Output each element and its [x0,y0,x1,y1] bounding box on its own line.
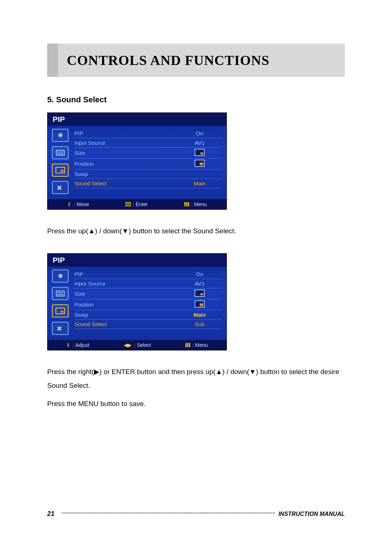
menu-icon [185,343,190,347]
osd-category-icons [48,267,73,340]
pip-size-icon [195,300,205,308]
hint-move: ⇕ : Move [67,201,89,207]
page-number: 21 [47,510,54,518]
osd-row-value [178,300,221,309]
osd-title: PIP [48,254,226,267]
osd-row[interactable]: Input SourceAV1 [74,138,221,148]
osd-row[interactable]: Position [74,159,221,169]
osd-row[interactable]: PIPOn [74,129,221,138]
footer-dots [62,513,275,513]
osd-row-value: AV1 [178,140,221,146]
osd-row-value: On [178,130,221,136]
osd-row-label: PIP [74,130,83,136]
osd-row[interactable]: Swap [74,169,221,179]
pip-icon[interactable] [52,304,69,317]
gear-icon[interactable] [52,129,69,142]
instruction-text-1: Press the up(▲) / down(▼) button to sele… [47,224,345,238]
gear-icon[interactable] [52,270,69,283]
osd-row-value: On [178,271,221,277]
osd-row-label: PIP [74,271,83,277]
osd-row[interactable]: PIPOn [74,270,221,279]
osd-row-value: Sub [178,321,221,327]
osd-row-label: Position [74,161,94,167]
osd-hints: ⇕ : Move ■ : Enter : Menu [48,199,226,209]
tools-icon[interactable] [52,181,69,194]
osd-row-label: Swap [74,171,88,177]
osd-row-label: Input Source [74,280,105,287]
osd-row-label: Position [74,301,94,308]
list-icon[interactable] [52,287,69,300]
osd-row-value: Main [178,312,221,318]
osd-row-label: Sound Select [74,321,107,327]
instruction-text-2: Press the right(▶) or ENTER button and t… [47,365,345,393]
osd-row-value [178,149,221,157]
osd-row[interactable]: SwapMain [74,310,221,320]
hint-select: ◀▶ : Select [124,342,151,348]
footer-label: INSTRUCTION MANUAL [278,511,345,517]
menu-icon [184,202,189,206]
hint-label: : Move [74,201,89,207]
hint-label: : Menu [192,342,208,348]
hint-label: : Menu [191,201,207,207]
title-banner: CONTROLS AND FUNCTIONS [47,44,345,77]
osd-row-value [178,290,221,298]
hint-label: : Enter [133,201,148,207]
hint-menu: : Menu [185,342,208,348]
hint-enter: ■ : Enter [126,201,148,207]
osd-row-value: Main [178,180,221,186]
osd-body: PIPOnInput SourceAV1SizePositionSwapSoun… [48,126,226,199]
hint-menu: : Menu [184,201,207,207]
instruction-text-3: Press the MENU button to save. [47,397,345,411]
pip-size-icon [195,149,205,156]
osd-row[interactable]: Input SourceAV1 [74,279,221,288]
osd-row-label: Input Source [74,140,105,146]
osd-rows: PIPOnInput SourceAV1SizePositionSwapMain… [73,267,226,340]
osd-body: PIPOnInput SourceAV1SizePositionSwapMain… [48,267,226,340]
osd-row-label: Size [74,150,85,156]
osd-menu-1: PIP PIPOnInput SourceAV1SizePositionSwap… [47,112,227,210]
osd-row[interactable]: Sound SelectMain [74,179,221,188]
pip-size-icon [195,290,205,297]
osd-row-value: AV1 [178,280,221,287]
list-icon[interactable] [52,146,69,159]
pip-size-icon [195,160,205,167]
hint-label: : Select [134,342,151,348]
updown-icon: ⇕ [66,342,70,348]
osd-row-value [178,160,221,168]
osd-category-icons [48,126,73,199]
osd-hints: ⇕ : Adjust ◀▶ : Select : Menu [48,340,226,350]
pip-icon[interactable] [52,164,69,177]
enter-icon: ■ [126,202,131,206]
leftright-icon: ◀▶ [124,342,132,348]
osd-title: PIP [48,113,226,126]
hint-label: : Adjust [73,342,89,348]
updown-icon: ⇕ [67,201,72,207]
page-title: CONTROLS AND FUNCTIONS [67,52,336,68]
page-footer: 21 INSTRUCTION MANUAL [47,510,345,518]
osd-row[interactable]: Sound SelectSub [74,320,221,329]
tools-icon[interactable] [52,322,69,335]
osd-row-label: Size [74,291,85,297]
section-heading: 5. Sound Select [47,95,345,104]
hint-adjust: ⇕ : Adjust [66,342,89,348]
osd-rows: PIPOnInput SourceAV1SizePositionSwapSoun… [73,126,226,199]
osd-row-label: Sound Select [74,180,107,186]
osd-menu-2: PIP PIPOnInput SourceAV1SizePositionSwap… [47,253,227,350]
osd-row[interactable]: Size [74,288,221,299]
osd-row[interactable]: Position [74,299,221,310]
osd-row[interactable]: Size [74,148,221,159]
osd-row-label: Swap [74,312,88,318]
